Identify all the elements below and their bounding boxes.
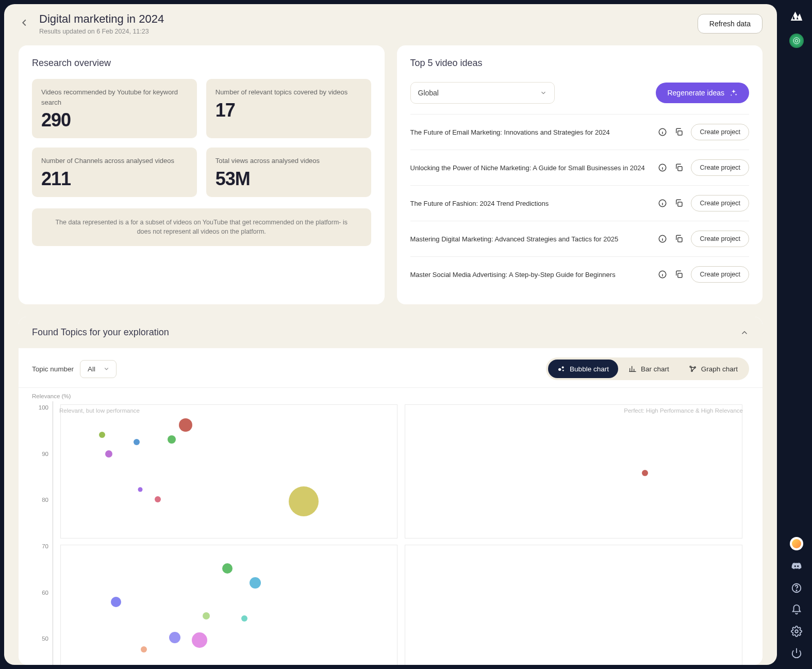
y-tick: 70	[32, 543, 48, 549]
graph-chart-icon	[689, 365, 697, 373]
copy-icon[interactable]	[674, 163, 684, 172]
stat-value: 211	[41, 168, 188, 190]
back-button[interactable]	[19, 17, 32, 30]
toggle-graph-chart[interactable]: Graph chart	[680, 360, 747, 378]
chart-quadrant	[405, 545, 742, 665]
bar-chart-icon	[628, 365, 637, 373]
svg-point-17	[795, 39, 798, 42]
svg-point-14	[694, 367, 695, 368]
stat-value: 17	[216, 100, 362, 121]
research-title: Research overview	[32, 58, 371, 69]
idea-title: The Future of Fashion: 2024 Trend Predic…	[410, 200, 651, 207]
topic-number-select[interactable]: All	[80, 360, 117, 378]
create-project-button[interactable]: Create project	[691, 159, 749, 176]
svg-point-10	[558, 368, 561, 371]
power-icon[interactable]	[791, 647, 802, 659]
copy-icon[interactable]	[674, 270, 684, 279]
app-logo-icon[interactable]	[789, 8, 804, 23]
explore-title: Found Topics for your exploration	[32, 327, 169, 338]
bubble-chart-icon	[557, 365, 566, 373]
scope-selected: Global	[418, 89, 439, 97]
stat-label: Number of Channels across analysed video…	[41, 156, 188, 166]
toggle-bubble-chart[interactable]: Bubble chart	[548, 360, 618, 378]
idea-row: The Future of Email Marketing: Innovatio…	[410, 115, 750, 150]
ideas-controls: Global Regenerate ideas	[410, 79, 750, 115]
chart-bubble[interactable]	[250, 577, 261, 589]
chart-bubble[interactable]	[222, 563, 233, 574]
svg-point-13	[690, 366, 691, 368]
chart-quadrant	[405, 404, 742, 539]
disclaimer-text: The data represented is a for a subset o…	[32, 208, 371, 247]
info-icon[interactable]	[658, 199, 667, 208]
chart-bubble[interactable]	[203, 612, 210, 619]
page-subtitle: Results updated on 6 Feb 2024, 11:23	[39, 28, 164, 35]
idea-row: Master Social Media Advertising: A Step-…	[410, 257, 750, 292]
chart-bubble[interactable]	[241, 615, 247, 622]
chart-bubble[interactable]	[105, 450, 112, 458]
idea-title: Master Social Media Advertising: A Step-…	[410, 271, 651, 279]
create-project-button[interactable]: Create project	[691, 231, 749, 247]
stat-value: 290	[41, 109, 188, 131]
idea-row: The Future of Fashion: 2024 Trend Predic…	[410, 186, 750, 221]
copy-icon[interactable]	[674, 127, 684, 137]
refresh-data-button[interactable]: Refresh data	[698, 14, 763, 34]
toggle-bar-chart[interactable]: Bar chart	[619, 360, 678, 378]
svg-rect-7	[678, 238, 682, 242]
copy-icon[interactable]	[674, 199, 684, 208]
notifications-icon[interactable]	[791, 604, 802, 615]
right-sidebar	[781, 0, 812, 669]
top-cards-row: Research overview Videos recommended by …	[4, 45, 777, 304]
stat-value: 53M	[216, 168, 362, 190]
create-project-button[interactable]: Create project	[691, 195, 749, 211]
filter-label: Topic number	[32, 365, 74, 373]
stat-label: Number of relevant topics covered by vid…	[216, 87, 362, 97]
settings-icon[interactable]	[791, 626, 802, 637]
info-icon[interactable]	[658, 127, 667, 137]
svg-point-19	[796, 590, 797, 591]
chart-bubble[interactable]	[138, 487, 142, 492]
found-topics-section: Found Topics for your exploration Topic …	[19, 317, 763, 665]
y-tick: 100	[32, 404, 48, 411]
chart-bubble[interactable]	[134, 439, 140, 445]
info-icon[interactable]	[658, 163, 667, 172]
page-title: Digital marketing in 2024	[39, 12, 164, 26]
toggle-bar-label: Bar chart	[641, 365, 669, 373]
chart-bubble[interactable]	[642, 470, 648, 476]
chart-bubble[interactable]	[141, 646, 147, 652]
y-axis-label: Relevance (%)	[32, 393, 749, 399]
scope-dropdown[interactable]: Global	[410, 82, 555, 104]
chart-bubble[interactable]	[179, 418, 192, 432]
quadrant-label: Perfect: High Performance & High Relevan…	[624, 406, 743, 415]
svg-rect-3	[678, 167, 682, 171]
info-icon[interactable]	[658, 234, 667, 243]
chart-bubble[interactable]	[111, 597, 121, 607]
help-icon[interactable]	[791, 582, 802, 594]
create-project-button[interactable]: Create project	[691, 124, 749, 140]
chevron-down-icon	[103, 366, 110, 372]
page-header: Digital marketing in 2024 Results update…	[4, 4, 777, 45]
theme-icon[interactable]	[790, 537, 803, 550]
video-ideas-card: Top 5 video ideas Global Regenerate idea…	[397, 45, 763, 304]
discord-icon[interactable]	[791, 561, 802, 572]
stat-box: Total views across analysed videos53M	[206, 148, 371, 197]
stat-box: Number of Channels across analysed video…	[32, 148, 197, 197]
scatter-plot[interactable]: Relevant, but low performancePerfect: Hi…	[53, 401, 749, 665]
svg-rect-9	[678, 273, 682, 278]
chart-bubble[interactable]	[155, 496, 161, 502]
explore-header: Found Topics for your exploration	[19, 317, 763, 348]
chart-bubble[interactable]	[289, 486, 319, 516]
create-project-button[interactable]: Create project	[691, 266, 749, 283]
main-container: Digital marketing in 2024 Results update…	[4, 4, 777, 665]
explore-controls: Topic number All Bubble chart	[19, 348, 763, 388]
collapse-toggle[interactable]	[740, 328, 749, 337]
regenerate-label: Regenerate ideas	[667, 89, 724, 97]
chart-bubble[interactable]	[99, 432, 105, 438]
info-icon[interactable]	[658, 270, 667, 279]
status-badge-icon[interactable]	[789, 34, 804, 48]
chart-bubble[interactable]	[168, 435, 176, 444]
copy-icon[interactable]	[674, 234, 684, 243]
chart-bubble[interactable]	[192, 632, 207, 648]
regenerate-ideas-button[interactable]: Regenerate ideas	[656, 83, 749, 103]
chart-bubble[interactable]	[169, 632, 180, 643]
y-tick: 80	[32, 497, 48, 503]
